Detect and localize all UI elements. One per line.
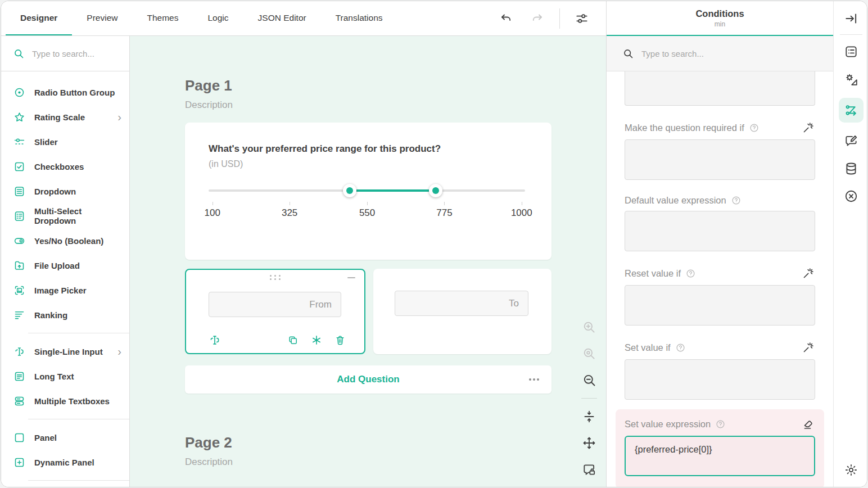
undo-icon[interactable] (496, 9, 516, 28)
collapse-all-icon[interactable] (581, 408, 598, 425)
dropdown-icon (13, 186, 25, 197)
build-expression-wand-icon[interactable] (802, 121, 815, 134)
add-question-label: Add Question (337, 374, 399, 385)
question-card-to[interactable] (373, 269, 551, 354)
more-options-icon[interactable] (529, 378, 539, 381)
build-expression-wand-icon[interactable] (802, 266, 815, 280)
question-card-from-selected[interactable] (185, 269, 365, 354)
property-search-input[interactable] (641, 49, 817, 58)
toolbox-item-dropdown[interactable]: Dropdown (1, 179, 129, 204)
page1-description[interactable]: Description (185, 100, 606, 111)
required-if-label: Make the question required if (625, 123, 744, 133)
set-value-expression-field[interactable]: {preferred-price[0]} (625, 436, 815, 476)
toolbox-item-long-text[interactable]: Long Text (1, 364, 129, 388)
strip-divider (840, 34, 862, 35)
question-card-slider[interactable]: What's your preferred price range for th… (185, 123, 551, 260)
to-input[interactable] (395, 291, 528, 316)
page2-title[interactable]: Page 2 (185, 434, 606, 451)
toolbox-search-input[interactable] (32, 49, 144, 58)
expand-move-icon[interactable] (581, 435, 598, 451)
toolbox-item-ranking[interactable]: Ranking (1, 302, 129, 327)
comments-lock-icon[interactable] (581, 461, 598, 478)
toolbox-item-slider[interactable]: Slider (1, 129, 129, 154)
help-icon[interactable] (731, 196, 741, 205)
toolbox-item-file-upload[interactable]: File Upload (1, 253, 129, 278)
tab-designer[interactable]: Designer (6, 1, 72, 35)
reset-value-if-field[interactable] (625, 285, 815, 326)
long-text-icon (13, 370, 25, 382)
property-panel-header[interactable]: Conditions min (607, 1, 833, 36)
add-question-button[interactable]: Add Question (185, 365, 551, 394)
toolbox-sidebar: Radio Button Group Single-Line Input Rat… (1, 36, 130, 487)
toolbox-search (1, 36, 129, 71)
conditions-tab-icon-active[interactable] (839, 98, 864, 123)
zoom-in-icon[interactable] (581, 319, 598, 336)
collapse-question-icon[interactable] (347, 273, 355, 282)
toolbox-item-dynamic-panel[interactable]: Dynamic Panel (1, 450, 129, 475)
delete-icon[interactable] (334, 334, 346, 346)
slider-icon (13, 136, 25, 148)
slider-ticks (209, 202, 525, 205)
help-icon[interactable] (716, 419, 725, 429)
slider-handle-max[interactable] (429, 184, 442, 197)
drag-handle-icon[interactable] (270, 275, 281, 280)
field-label-row: Make the question required if (625, 121, 815, 134)
eraser-icon[interactable] (802, 417, 815, 431)
tab-preview[interactable]: Preview (72, 1, 132, 35)
required-if-field[interactable] (625, 139, 815, 180)
duplicate-icon[interactable] (287, 334, 299, 346)
settings-sliders-icon[interactable] (572, 9, 591, 28)
toolbox-item-checkboxes[interactable]: Checkboxes (1, 154, 129, 179)
from-input[interactable] (209, 292, 341, 317)
general-settings-tab-icon[interactable] (842, 43, 860, 61)
toolbox-item-single-line-input[interactable]: Single-Line Input › (1, 339, 129, 364)
question-description[interactable]: (in USD) (209, 159, 525, 169)
field-label-row: Set value if (625, 341, 815, 354)
toolbox-item-image-picker[interactable]: Image Picker (1, 278, 129, 302)
design-canvas: Page 1 Description What's your preferred… (130, 36, 606, 487)
toolbox-item-multiple-textboxes[interactable]: Multiple Textboxes (1, 388, 129, 413)
search-icon (13, 48, 25, 60)
toolbox-item-panel[interactable]: Panel (1, 425, 129, 450)
default-value-expression-field[interactable] (625, 211, 815, 251)
settings-gear-icon[interactable] (842, 461, 860, 479)
redo-icon[interactable] (528, 9, 547, 28)
help-icon[interactable] (676, 343, 685, 353)
canvas-zoom-toolbar (581, 319, 598, 478)
radio-button-group-icon (13, 87, 25, 98)
set-value-if-field[interactable] (625, 359, 815, 400)
comment-edit-tab-icon[interactable] (842, 132, 860, 150)
property-grid-panel: Conditions min Make the question require… (606, 1, 833, 487)
tab-logic[interactable]: Logic (193, 1, 243, 35)
page1-title[interactable]: Page 1 (185, 77, 606, 94)
slider-label: 550 (359, 207, 375, 219)
expression-field-clipped[interactable] (625, 71, 815, 106)
help-icon[interactable] (749, 123, 759, 133)
chevron-right-icon[interactable]: › (117, 111, 121, 123)
toolbox-item-radio-button-group[interactable]: Radio Button Group (1, 80, 129, 105)
chevron-right-icon[interactable]: › (117, 346, 121, 357)
tab-json-editor[interactable]: JSON Editor (243, 1, 321, 35)
slider-handle-min[interactable] (343, 184, 356, 197)
search-icon (622, 48, 634, 60)
help-icon[interactable] (686, 269, 695, 278)
database-tab-icon[interactable] (842, 160, 860, 178)
page2-description[interactable]: Description (185, 457, 606, 468)
slider-track[interactable] (209, 189, 525, 192)
input-type-icon[interactable] (209, 334, 221, 346)
toolbox-group-divider (28, 419, 129, 419)
toolbox-group-divider (28, 333, 129, 333)
build-expression-wand-icon[interactable] (802, 341, 815, 354)
question-title[interactable]: What's your preferred price range for th… (209, 143, 525, 155)
layout-theme-tab-icon[interactable] (842, 70, 860, 88)
toolbox-item-boolean[interactable]: Yes/No (Boolean) (1, 228, 129, 253)
tab-themes[interactable]: Themes (132, 1, 193, 35)
required-asterisk-icon[interactable] (310, 334, 323, 346)
tab-translations[interactable]: Translations (321, 1, 397, 35)
zoom-reset-icon[interactable] (581, 345, 598, 362)
clear-cancel-tab-icon[interactable] (842, 187, 860, 205)
toolbox-item-multi-select-dropdown[interactable]: Multi-Select Dropdown (1, 204, 129, 228)
collapse-panel-icon[interactable] (842, 10, 860, 28)
zoom-out-icon[interactable] (581, 372, 598, 388)
toolbox-item-rating-scale[interactable]: Single-Line Input Rating Scale › (1, 105, 129, 129)
